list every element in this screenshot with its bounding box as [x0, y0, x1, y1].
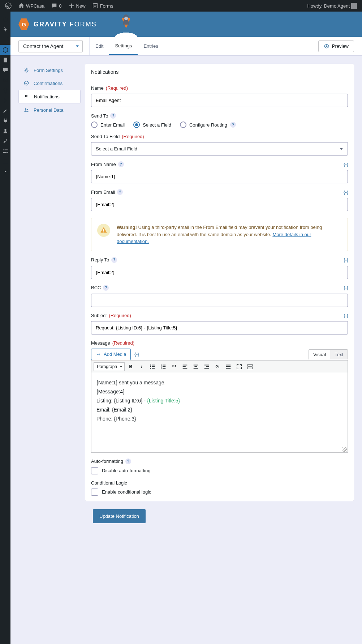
svg-rect-33	[183, 364, 188, 365]
menu-pages-icon[interactable]	[0, 55, 10, 65]
help-icon[interactable]: ?	[110, 113, 116, 119]
help-icon[interactable]: ?	[230, 122, 236, 128]
nav-personal-data[interactable]: Personal Data	[18, 103, 81, 116]
help-icon[interactable]: ?	[103, 285, 109, 291]
forms-link[interactable]: Forms	[90, 3, 116, 9]
resize-handle[interactable]	[342, 447, 347, 452]
nav-form-settings[interactable]: Form Settings	[18, 64, 81, 77]
menu-collapse-icon[interactable]	[0, 95, 10, 106]
menu-forms-icon[interactable]	[0, 35, 10, 45]
editor-tab-visual[interactable]: Visual	[309, 350, 330, 359]
svg-text:3: 3	[161, 367, 162, 369]
subject-input[interactable]	[91, 321, 348, 334]
notifications-panel: Notifications Name (Required) Send To ? …	[85, 64, 354, 501]
comments-count: 0	[59, 3, 61, 9]
sendto-field-select[interactable]: Select a Email Field	[91, 142, 348, 155]
bold-icon[interactable]: B	[126, 362, 135, 371]
tab-edit[interactable]: Edit	[90, 37, 109, 55]
from-name-input[interactable]	[91, 170, 348, 183]
new-content[interactable]: New	[66, 3, 88, 9]
svg-rect-9	[3, 152, 5, 153]
radio-select-field[interactable]: Select a Field	[133, 121, 171, 128]
menu-tools-icon[interactable]	[0, 136, 10, 146]
forms-label: Forms	[100, 3, 113, 9]
align-left-icon[interactable]	[180, 362, 190, 371]
nav-confirmations[interactable]: Confirmations	[18, 77, 81, 90]
merge-tag-icon[interactable]: {··}	[344, 257, 348, 263]
bcc-input[interactable]	[91, 294, 348, 307]
merge-tag-icon[interactable]: {··}	[344, 162, 348, 167]
svg-rect-43	[226, 366, 231, 367]
quote-icon[interactable]	[169, 362, 179, 371]
autofmt-label: Auto-formatting	[91, 459, 123, 464]
menu-dashboard-icon[interactable]	[0, 14, 10, 25]
menu-generic-icon[interactable]	[0, 156, 10, 166]
menu-gravity-icon[interactable]	[0, 45, 10, 55]
cond-label: Conditional Logic	[91, 480, 127, 486]
form-selector[interactable]: Contact the Agent	[18, 40, 83, 52]
from-email-input[interactable]	[91, 198, 348, 211]
merge-tag-icon[interactable]: {··}	[344, 285, 348, 290]
align-right-icon[interactable]	[202, 362, 211, 371]
avatar	[351, 3, 357, 9]
menu-location-icon[interactable]	[0, 85, 10, 95]
menu-appearance-icon[interactable]	[0, 106, 10, 116]
wp-logo[interactable]	[3, 3, 14, 9]
svg-rect-25	[152, 366, 155, 367]
paragraph-select[interactable]: Paragraph	[94, 362, 125, 371]
svg-rect-35	[183, 368, 188, 368]
readmore-icon[interactable]	[224, 362, 233, 371]
svg-rect-7	[3, 150, 4, 150]
svg-rect-36	[194, 364, 198, 365]
italic-icon[interactable]: I	[137, 362, 146, 371]
menu-pin-icon[interactable]	[0, 25, 10, 35]
menu-mail-icon[interactable]	[0, 75, 10, 85]
menu-users-icon[interactable]	[0, 126, 10, 136]
listing-link[interactable]: {Listing Title:5}	[147, 398, 180, 404]
merge-tag-icon[interactable]: {··}	[344, 313, 348, 318]
account-link[interactable]: Howdy, Demo Agent	[305, 3, 359, 9]
comments-link[interactable]: 0	[49, 3, 64, 9]
toolbar-toggle-icon[interactable]	[245, 362, 255, 371]
required-marker: (Required)	[106, 85, 128, 91]
help-icon[interactable]: ?	[125, 459, 131, 464]
menu-comments-icon[interactable]	[0, 65, 10, 75]
ol-icon[interactable]: 123	[159, 362, 168, 371]
site-link[interactable]: WPCasa	[16, 3, 47, 9]
svg-rect-42	[226, 364, 231, 365]
preview-button[interactable]: Preview	[318, 40, 354, 52]
tab-settings[interactable]: Settings	[109, 37, 138, 55]
cond-checkbox[interactable]	[91, 489, 98, 496]
help-icon[interactable]: ?	[118, 161, 124, 167]
settings-nav: Form Settings Confirmations Notification…	[18, 64, 81, 116]
reply-input[interactable]	[91, 266, 348, 279]
help-icon[interactable]: ?	[111, 257, 117, 263]
ul-icon[interactable]	[148, 362, 157, 371]
wp-adminbar: WPCasa 0 New Forms Howdy, Demo Agent	[0, 0, 362, 12]
fullscreen-icon[interactable]	[234, 362, 244, 371]
radio-enter-email[interactable]: Enter Email	[91, 121, 125, 128]
add-media-button[interactable]: Add Media	[91, 349, 131, 360]
help-icon[interactable]: ?	[117, 189, 123, 195]
tab-entries[interactable]: Entries	[138, 37, 164, 55]
rocket-illustration	[112, 12, 141, 37]
menu-media-icon[interactable]	[0, 166, 10, 176]
update-notification-button[interactable]: Update Notification	[93, 509, 146, 523]
align-center-icon[interactable]	[191, 362, 201, 371]
message-editor[interactable]: {Name:1} sent you a message. {Message:4}…	[91, 373, 348, 453]
radio-configure-routing[interactable]: Configure Routing ?	[180, 121, 236, 128]
site-name: WPCasa	[26, 3, 44, 9]
new-label: New	[76, 3, 86, 9]
autofmt-checkbox[interactable]	[91, 467, 98, 474]
menu-settings-icon[interactable]	[0, 146, 10, 156]
name-input[interactable]	[91, 94, 348, 107]
menu-plugins-icon[interactable]	[0, 116, 10, 126]
editor-toolbar: Paragraph B I 123	[91, 360, 348, 373]
merge-tag-icon[interactable]: {··}	[344, 189, 348, 195]
link-icon[interactable]	[213, 362, 222, 371]
svg-rect-39	[204, 364, 209, 365]
merge-tag-icon[interactable]: {··}	[134, 351, 139, 357]
nav-notifications[interactable]: Notifications	[18, 90, 81, 103]
editor-tab-text[interactable]: Text	[330, 350, 348, 359]
wp-sidebar	[0, 12, 10, 644]
